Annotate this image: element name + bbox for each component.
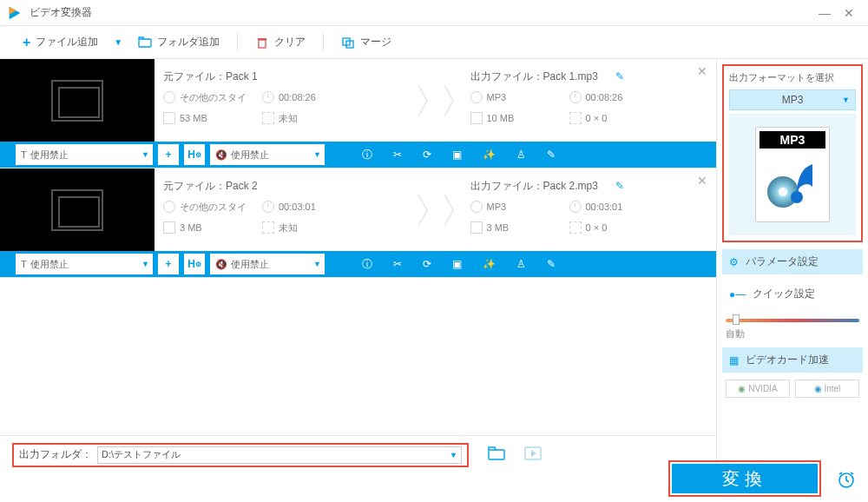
output-folder-input[interactable]: D:\テストファイル▼ <box>97 446 462 464</box>
folder-icon <box>163 221 175 234</box>
trash-icon <box>255 36 269 50</box>
thumbnail-placeholder-icon <box>51 189 103 231</box>
convert-button-wrap: 変換 <box>668 460 821 497</box>
output-dimensions: 0 × 0 <box>569 112 656 124</box>
svg-rect-2 <box>258 38 266 40</box>
output-duration: 00:03:01 <box>569 201 656 213</box>
clear-button[interactable]: クリア <box>248 31 312 53</box>
track-settings-button[interactable]: H⚙ <box>184 144 205 165</box>
param-settings-button[interactable]: ⚙パラメータ設定 <box>722 249 863 274</box>
watermark-tool-icon[interactable]: ♙ <box>516 258 526 270</box>
file-toolbar: T使用禁止▼ + H⚙ 🔇使用禁止▼ ⓘ ✂ ⟳ ▣ ✨ ♙ ✎ <box>0 251 716 277</box>
file-item: 元ファイル：Pack 1 その他のスタイ 00:08:26 53 MB 未知 <box>0 59 716 168</box>
output-duration: 00:08:26 <box>569 91 656 103</box>
crop-tool-icon[interactable]: ▣ <box>452 258 462 270</box>
source-style: その他のスタイ <box>163 201 250 214</box>
folder-icon <box>470 221 483 234</box>
dimensions-icon <box>262 221 274 234</box>
clock-icon <box>569 91 582 103</box>
watermark-tool-icon[interactable]: ♙ <box>516 149 526 161</box>
effect-tool-icon[interactable]: ✨ <box>483 258 496 270</box>
chip-icon: ▦ <box>729 354 739 367</box>
play-output-icon[interactable] <box>524 446 542 463</box>
format-dropdown[interactable]: MP3▼ <box>729 89 856 110</box>
rotate-tool-icon[interactable]: ⟳ <box>423 258 431 270</box>
merge-button[interactable]: マージ <box>334 31 398 53</box>
edit-tool-icon[interactable]: ✎ <box>547 258 556 270</box>
nvidia-chip: ◉ NVIDIA <box>726 380 790 398</box>
info-tool-icon[interactable]: ⓘ <box>362 257 372 272</box>
dimensions-icon <box>569 112 582 124</box>
format-title: 出力フォーマットを選択 <box>729 71 856 84</box>
remove-file-button[interactable]: ✕ <box>697 64 707 78</box>
info-tool-icon[interactable]: ⓘ <box>362 148 372 162</box>
edit-name-button[interactable]: ✎ <box>615 180 624 192</box>
main-area: 元ファイル：Pack 1 その他のスタイ 00:08:26 53 MB 未知 <box>0 59 868 473</box>
mp3-card-icon: MP3 <box>755 127 830 222</box>
gpu-accel-button[interactable]: ▦ビデオカード加速 <box>722 347 863 373</box>
merge-icon <box>341 36 355 50</box>
track-settings-button[interactable]: H⚙ <box>184 254 205 274</box>
sliders-icon: ⚙ <box>729 256 739 268</box>
output-size: 3 MB <box>470 221 557 234</box>
source-file-label: 元ファイル：Pack 2 <box>163 179 258 194</box>
bottom-bar: 出力フォルダ： D:\テストファイル▼ <box>0 435 716 473</box>
add-folder-button[interactable]: フォルダ追加 <box>131 31 227 53</box>
effect-tool-icon[interactable]: ✨ <box>483 149 496 161</box>
source-dimensions: 未知 <box>262 112 349 125</box>
source-dimensions: 未知 <box>262 221 349 234</box>
svg-point-9 <box>791 191 803 203</box>
file-list: 元ファイル：Pack 1 その他のスタイ 00:08:26 53 MB 未知 <box>0 59 717 473</box>
titlebar: ビデオ変換器 — ✕ <box>0 0 868 26</box>
thumbnail[interactable] <box>0 59 155 142</box>
arrow-icon <box>436 59 462 142</box>
minimize-button[interactable]: — <box>812 6 837 20</box>
svg-rect-5 <box>489 450 504 459</box>
svg-rect-1 <box>259 40 266 48</box>
audio-dropdown[interactable]: 🔇使用禁止▼ <box>210 254 325 274</box>
window-title: ビデオ変換器 <box>30 5 92 20</box>
convert-button[interactable]: 変換 <box>672 464 818 493</box>
remove-file-button[interactable]: ✕ <box>697 174 707 188</box>
thumbnail-placeholder-icon <box>51 80 103 122</box>
cut-tool-icon[interactable]: ✂ <box>393 149 402 161</box>
svg-point-8 <box>779 188 787 196</box>
browse-folder-icon[interactable] <box>488 446 505 463</box>
quality-slider[interactable]: 自動 <box>722 314 863 340</box>
close-button[interactable]: ✕ <box>837 6 861 20</box>
bullet-icon: ●— <box>729 288 746 301</box>
arrow-icon <box>436 168 462 251</box>
crop-tool-icon[interactable]: ▣ <box>452 149 462 161</box>
source-duration: 00:03:01 <box>262 201 349 213</box>
dimensions-icon <box>569 221 582 234</box>
source-duration: 00:08:26 <box>262 91 349 103</box>
rotate-tool-icon[interactable]: ⟳ <box>423 149 431 161</box>
output-file-label: 出力ファイル：Pack 2.mp3 <box>470 179 598 194</box>
add-track-button[interactable]: + <box>158 144 179 165</box>
output-folder-label: 出力フォルダ： <box>19 447 92 462</box>
cut-tool-icon[interactable]: ✂ <box>393 258 402 270</box>
toolbar: +ファイル追加 ▼ フォルダ追加 クリア マージ <box>0 26 868 59</box>
output-dimensions: 0 × 0 <box>569 221 656 234</box>
subtitle-dropdown[interactable]: T使用禁止▼ <box>16 254 153 274</box>
add-file-button[interactable]: +ファイル追加 <box>16 31 105 54</box>
source-info: 元ファイル：Pack 1 その他のスタイ 00:08:26 53 MB 未知 <box>155 59 410 142</box>
edit-tool-icon[interactable]: ✎ <box>547 149 556 161</box>
add-track-button[interactable]: + <box>158 254 179 274</box>
format-preview[interactable]: MP3 <box>729 114 856 235</box>
clock-icon <box>569 201 582 213</box>
output-folder-group: 出力フォルダ： D:\テストファイル▼ <box>12 443 469 467</box>
dimensions-icon <box>262 112 274 124</box>
edit-name-button[interactable]: ✎ <box>615 70 624 83</box>
intel-chip: ◉ Intel <box>795 380 859 398</box>
thumbnail[interactable] <box>0 168 155 251</box>
plus-icon: + <box>23 35 30 50</box>
app-logo-icon <box>7 5 23 21</box>
schedule-icon[interactable] <box>837 470 856 492</box>
output-file-label: 出力ファイル：Pack 1.mp3 <box>470 69 598 84</box>
clock-icon <box>262 91 274 103</box>
subtitle-dropdown[interactable]: T使用禁止▼ <box>16 144 153 165</box>
audio-dropdown[interactable]: 🔇使用禁止▼ <box>210 144 325 165</box>
sidebar: 出力フォーマットを選択 MP3▼ MP3 ⚙パラメータ設定 ●—クイック設定 <box>717 59 868 473</box>
add-file-dropdown[interactable]: ▼ <box>108 37 128 47</box>
